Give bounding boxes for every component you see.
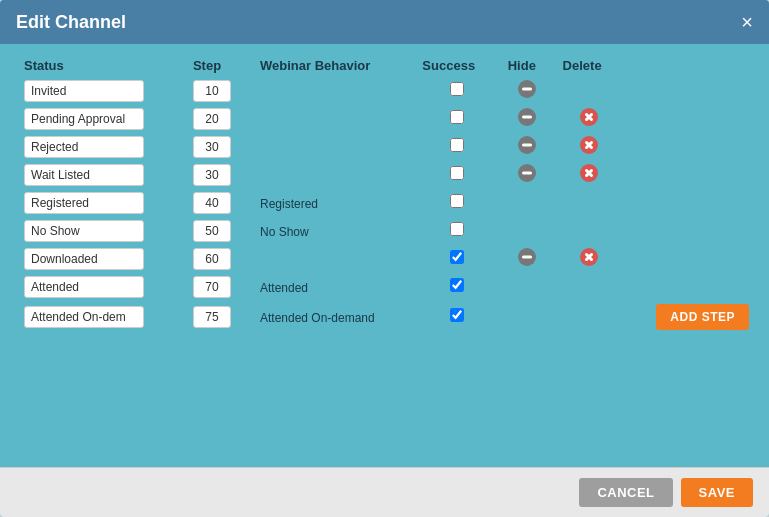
status-input[interactable] (24, 164, 144, 186)
save-button[interactable]: SAVE (681, 478, 753, 507)
table-row: No Show (16, 217, 753, 245)
table-row (16, 105, 753, 133)
col-success: Success (414, 54, 499, 77)
table-row (16, 77, 753, 105)
success-checkbox[interactable] (450, 278, 464, 292)
hide-icon[interactable] (518, 248, 536, 266)
success-checkbox[interactable] (450, 138, 464, 152)
table-row (16, 133, 753, 161)
table-row (16, 245, 753, 273)
table-row: Attended (16, 273, 753, 301)
delete-icon[interactable] (580, 248, 598, 266)
status-input[interactable] (24, 136, 144, 158)
step-input[interactable] (193, 276, 231, 298)
hide-icon[interactable] (518, 164, 536, 182)
table-row (16, 161, 753, 189)
success-checkbox[interactable] (450, 250, 464, 264)
status-input[interactable] (24, 306, 144, 328)
step-input[interactable] (193, 220, 231, 242)
success-checkbox[interactable] (450, 194, 464, 208)
status-input[interactable] (24, 80, 144, 102)
table-row: Registered (16, 189, 753, 217)
col-delete: Delete (555, 54, 623, 77)
col-webinar-behavior: Webinar Behavior (252, 54, 414, 77)
status-input[interactable] (24, 248, 144, 270)
col-step: Step (185, 54, 252, 77)
step-input[interactable] (193, 248, 231, 270)
add-step-button[interactable]: ADD STEP (656, 304, 749, 330)
close-button[interactable]: × (741, 12, 753, 32)
channel-table: Status Step Webinar Behavior Success Hid… (16, 54, 753, 333)
success-checkbox[interactable] (450, 110, 464, 124)
step-input[interactable] (193, 108, 231, 130)
step-input[interactable] (193, 192, 231, 214)
modal-body: Status Step Webinar Behavior Success Hid… (0, 44, 769, 467)
hide-icon[interactable] (518, 136, 536, 154)
delete-icon[interactable] (580, 164, 598, 182)
hide-icon[interactable] (518, 108, 536, 126)
step-input[interactable] (193, 306, 231, 328)
step-input[interactable] (193, 136, 231, 158)
status-input[interactable] (24, 192, 144, 214)
success-checkbox[interactable] (450, 222, 464, 236)
hide-icon[interactable] (518, 80, 536, 98)
webinar-behavior-text: Attended On-demand (260, 311, 375, 325)
col-hide: Hide (500, 54, 555, 77)
table-row: Attended On-demandADD STEP (16, 301, 753, 333)
status-input[interactable] (24, 108, 144, 130)
success-checkbox[interactable] (450, 82, 464, 96)
edit-channel-modal: Edit Channel × Status Step Webinar Behav… (0, 0, 769, 517)
delete-icon[interactable] (580, 108, 598, 126)
webinar-behavior-text: Attended (260, 281, 308, 295)
webinar-behavior-text: Registered (260, 197, 318, 211)
col-status: Status (16, 54, 185, 77)
status-input[interactable] (24, 276, 144, 298)
success-checkbox[interactable] (450, 166, 464, 180)
modal-footer: CANCEL SAVE (0, 467, 769, 517)
step-input[interactable] (193, 164, 231, 186)
modal-title: Edit Channel (16, 12, 126, 33)
modal-header: Edit Channel × (0, 0, 769, 44)
status-input[interactable] (24, 220, 144, 242)
step-input[interactable] (193, 80, 231, 102)
cancel-button[interactable]: CANCEL (579, 478, 672, 507)
success-checkbox[interactable] (450, 308, 464, 322)
webinar-behavior-text: No Show (260, 225, 309, 239)
delete-icon[interactable] (580, 136, 598, 154)
